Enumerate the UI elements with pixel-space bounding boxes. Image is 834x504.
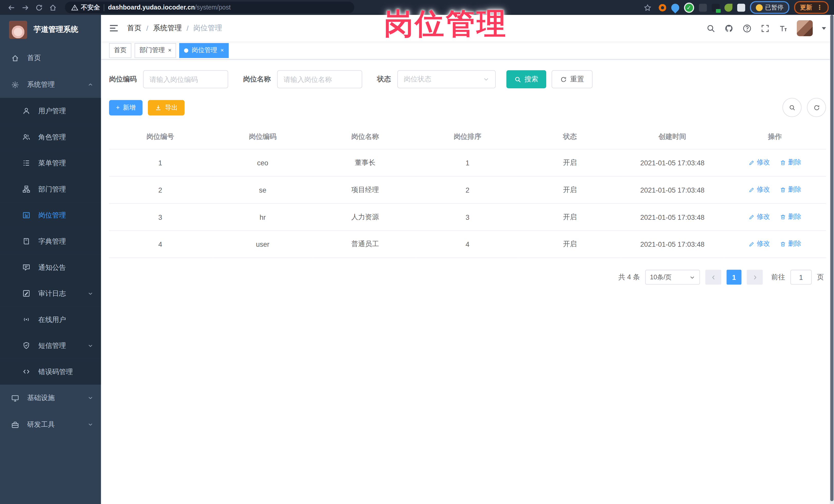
sidebar-item-label: 研发工具 <box>27 420 55 429</box>
chevron-right-icon <box>752 274 758 280</box>
sidebar-item-dictionary[interactable]: 字典管理 <box>0 228 101 255</box>
extension-green-leaf-icon[interactable] <box>724 3 732 11</box>
sidebar-item-dev-tools[interactable]: 研发工具 <box>0 411 101 438</box>
breadcrumb-home[interactable]: 首页 <box>127 23 141 33</box>
toolbox-icon <box>11 420 19 429</box>
chevron-down-icon <box>483 76 489 82</box>
bookmark-star-icon[interactable] <box>642 2 654 13</box>
app-logo-row[interactable]: 芋道管理系统 <box>0 15 101 45</box>
search-button[interactable]: 搜索 <box>506 70 546 88</box>
sidebar-item-label: 审计日志 <box>38 289 66 298</box>
tag-departments[interactable]: 部门管理 × <box>134 43 176 58</box>
cell-actions: 修改删除 <box>724 204 826 231</box>
cell-no: 1 <box>109 149 212 176</box>
sidebar-item-label: 部门管理 <box>38 184 66 194</box>
delete-link[interactable]: 删除 <box>780 212 802 221</box>
help-icon[interactable] <box>743 24 752 32</box>
tag-home[interactable]: 首页 <box>109 43 131 58</box>
sidebar-item-sms[interactable]: 短信管理 <box>0 332 101 359</box>
reload-icon[interactable] <box>33 2 45 13</box>
sidebar-item-home[interactable]: 首页 <box>0 45 101 71</box>
sidebar-item-error-codes[interactable]: 错误码管理 <box>0 359 101 385</box>
paused-extension-pill[interactable]: 已暂停 <box>750 1 789 14</box>
sidebar-item-online-users[interactable]: 在线用户 <box>0 307 101 333</box>
edit-link[interactable]: 修改 <box>748 185 770 194</box>
search-icon <box>789 104 795 111</box>
update-button[interactable]: 更新 ⋮ <box>794 1 829 14</box>
sidebar-item-notices[interactable]: 通知公告 <box>0 254 101 280</box>
forward-icon[interactable] <box>19 2 31 13</box>
sidebar-item-departments[interactable]: 部门管理 <box>0 176 101 202</box>
sidebar-item-label: 菜单管理 <box>38 158 66 168</box>
cell-no: 4 <box>109 231 212 258</box>
delete-link[interactable]: 删除 <box>780 158 802 167</box>
search-icon[interactable] <box>706 24 716 32</box>
font-size-icon[interactable] <box>779 24 788 32</box>
delete-label: 删除 <box>788 212 802 221</box>
edit-link[interactable]: 修改 <box>748 158 770 167</box>
goto-page-input[interactable] <box>790 270 812 285</box>
edit-link[interactable]: 修改 <box>748 240 770 248</box>
home-icon[interactable] <box>47 2 59 13</box>
export-button[interactable]: 导出 <box>148 100 184 115</box>
sidebar-item-roles[interactable]: 角色管理 <box>0 124 101 150</box>
edit-link[interactable]: 修改 <box>748 212 770 221</box>
tag-label: 部门管理 <box>139 46 165 55</box>
cell-created-at: 2021-01-05 17:03:48 <box>621 231 724 258</box>
security-warning[interactable]: 不安全 <box>71 3 100 12</box>
reset-label: 重置 <box>570 74 584 84</box>
edit-icon <box>748 187 755 193</box>
sidebar-item-users[interactable]: 用户管理 <box>0 98 101 124</box>
table-row: 2 se 项目经理 2 开启 2021-01-05 17:03:48 修改删除 <box>109 176 826 204</box>
cell-name: 项目经理 <box>314 176 416 204</box>
extension-orange-ring-icon[interactable] <box>658 3 666 11</box>
post-name-input[interactable] <box>277 70 363 88</box>
sidebar-item-posts[interactable]: 岗位管理 <box>0 202 101 228</box>
address-bar[interactable]: 不安全 dashboard.yudao.iocoder.cn/system/po… <box>65 2 354 13</box>
edit-label: 修改 <box>757 240 770 248</box>
tag-posts[interactable]: 岗位管理 × <box>179 43 229 58</box>
page-size-select[interactable]: 10条/页 <box>645 270 700 285</box>
sidebar-item-system[interactable]: 系统管理 <box>0 71 101 98</box>
cell-code: se <box>212 176 314 204</box>
avatar[interactable] <box>797 20 813 36</box>
export-label: 导出 <box>165 103 178 112</box>
url-text[interactable]: dashboard.yudao.iocoder.cn/system/post <box>108 4 231 11</box>
post-code-input[interactable] <box>143 70 228 88</box>
next-page-button[interactable] <box>747 270 763 285</box>
sidebar-item-audit-log[interactable]: 审计日志 <box>0 280 101 307</box>
browser-menu-icon[interactable]: ⋮ <box>816 4 823 11</box>
status-select[interactable]: 岗位状态 <box>397 70 496 88</box>
extension-gray-sliders-icon[interactable] <box>699 3 707 11</box>
extension-green-check-icon[interactable]: ✓ <box>684 2 694 12</box>
delete-link[interactable]: 删除 <box>780 185 802 194</box>
page-size-value: 10条/页 <box>650 273 672 282</box>
refresh-table-button[interactable] <box>807 98 826 117</box>
sidebar-item-label: 字典管理 <box>38 237 66 246</box>
reset-button[interactable]: 重置 <box>552 70 593 88</box>
close-icon[interactable]: × <box>168 47 172 53</box>
fullscreen-icon[interactable] <box>761 24 770 32</box>
back-icon[interactable] <box>5 2 17 13</box>
update-label: 更新 <box>800 3 812 11</box>
close-icon[interactable]: × <box>220 47 224 53</box>
window-scrollbar[interactable] <box>830 15 834 504</box>
extension-terminal-icon[interactable] <box>711 3 719 11</box>
sidebar-item-infrastructure[interactable]: 基础设施 <box>0 385 101 411</box>
extension-blue-pin-icon[interactable] <box>670 2 681 13</box>
sidebar-item-menus[interactable]: 菜单管理 <box>0 150 101 176</box>
toggle-search-button[interactable] <box>783 98 802 117</box>
delete-link[interactable]: 删除 <box>780 240 802 248</box>
breadcrumb-system[interactable]: 系统管理 <box>153 23 182 33</box>
add-button[interactable]: + 新增 <box>109 100 143 115</box>
scrollbar-thumb[interactable] <box>830 15 833 501</box>
chevron-left-icon <box>710 274 716 280</box>
hamburger-icon[interactable] <box>109 23 118 33</box>
caret-down-icon[interactable] <box>822 27 826 29</box>
extensions-puzzle-icon[interactable] <box>737 3 745 11</box>
github-icon[interactable] <box>724 24 733 32</box>
sidebar-item-label: 用户管理 <box>38 106 66 115</box>
page-number[interactable]: 1 <box>726 270 741 285</box>
prev-page-button[interactable] <box>705 270 721 285</box>
edit-label: 修改 <box>757 158 770 167</box>
